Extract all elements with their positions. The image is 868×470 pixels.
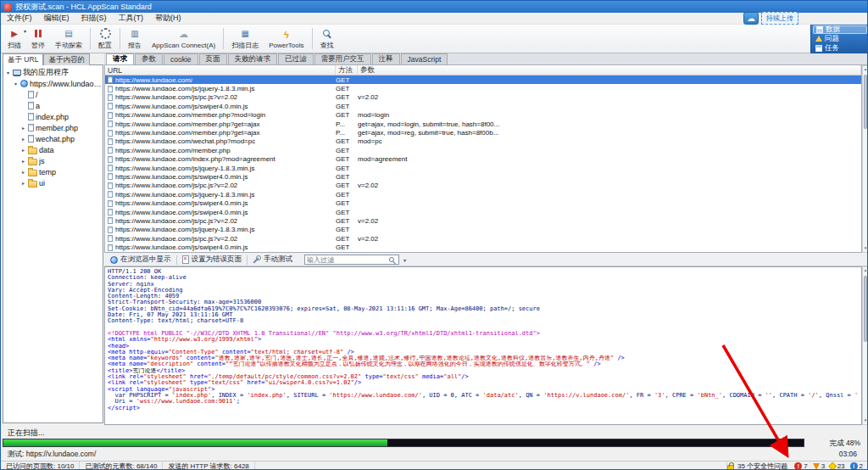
appscan-connect-button[interactable]: AppScan Connect(A)	[147, 25, 220, 52]
main-tab-3[interactable]: 页面	[199, 53, 227, 64]
table-row[interactable]: https://www.lundaoe.com/js/jquery-1.8.3.…	[105, 164, 861, 172]
page-icon	[28, 113, 34, 120]
view-tasks-button[interactable]: 任务	[813, 44, 867, 53]
filter-input[interactable]	[307, 256, 387, 264]
table-row[interactable]: https://www.lundaoe.com/js/swiper4.0.min…	[105, 102, 861, 110]
table-row[interactable]: https://www.lundaoe.com/js/pc.js?v=2.02G…	[105, 234, 861, 243]
http-requests-count: 发送的 HTTP 请求数: 6428	[163, 462, 254, 470]
tree-item[interactable]: ▾https://www.lundaoe.com/	[3, 78, 103, 89]
powertools-button[interactable]: PowerTools	[264, 25, 309, 52]
scroll-up-icon[interactable]: ▲	[863, 267, 868, 274]
tree-item[interactable]: /	[3, 89, 103, 100]
tree-item-label: member.php	[36, 124, 78, 132]
table-row[interactable]: https://www.lundaoe.com/js/pc.js?v=2.02G…	[105, 182, 861, 190]
table-row[interactable]: https://www.lundaoe.com/js/swiper4.0.min…	[105, 243, 861, 251]
table-row[interactable]: https://www.lundaoe.com/member.php?mod=l…	[105, 111, 861, 120]
response-scroll-thumb[interactable]	[864, 276, 867, 342]
main-tab-1[interactable]: 参数	[135, 53, 163, 64]
table-row[interactable]: https://www.lundaoe.com/member.php?get=a…	[105, 128, 861, 137]
menu-tools[interactable]: 工具(T)	[113, 13, 150, 24]
left-tab-1[interactable]: 基于内容的	[43, 53, 90, 65]
title-bar[interactable]: 授权测试.scan - HCL AppScan Standard	[1, 1, 867, 13]
table-row[interactable]: https://www.lundaoe.com/js/jquery-1.8.3.…	[105, 84, 861, 92]
table-scroll-thumb[interactable]	[864, 75, 867, 129]
table-row[interactable]: https://www.lundaoe.com/index.php?mod=ag…	[105, 155, 861, 164]
manual-test-button[interactable]: 手动测试	[249, 255, 296, 266]
set-error-page-icon	[182, 255, 189, 264]
tree-item[interactable]: ▾我的应用程序	[3, 67, 103, 78]
method-cell: GET	[336, 111, 358, 119]
tree-collapsed-arrow-icon[interactable]: ▸	[20, 136, 26, 142]
tree-item[interactable]: ▸wechat.php	[3, 133, 103, 144]
filter-dropdown-icon[interactable]: ▾	[401, 257, 409, 263]
tree-collapsed-arrow-icon[interactable]: ▸	[20, 169, 26, 175]
tree-item[interactable]: ▸js	[3, 155, 103, 166]
table-row[interactable]: https://www.lundaoe.com/member.php?get=a…	[105, 120, 861, 128]
main-tab-6[interactable]: 需要用户交互	[314, 53, 371, 64]
pause-button[interactable]: 暂停	[26, 25, 50, 52]
table-row[interactable]: https://www.lundaoe.com/wechat.php?mod=p…	[105, 137, 861, 146]
response-line: <!DOCTYPE html PUBLIC "-//W3C//DTD XHTML…	[108, 331, 859, 337]
column-header-1[interactable]: 方法	[336, 65, 358, 75]
main-tab-8[interactable]: JavaScript	[401, 53, 448, 64]
scroll-up-icon[interactable]: ▲	[863, 66, 868, 73]
find-button[interactable]: 查找	[315, 25, 339, 52]
page-icon	[108, 94, 113, 101]
menu-file[interactable]: 文件(F)	[1, 13, 38, 24]
table-row[interactable]: https://www.lundaoe.com/js/pc.js?v=2.02G…	[105, 93, 861, 102]
tree-collapsed-arrow-icon[interactable]: ▸	[20, 125, 26, 131]
config-button[interactable]: 配置	[93, 25, 117, 52]
tree-expanded-arrow-icon[interactable]: ▾	[5, 70, 11, 76]
table-row[interactable]: https://www.lundaoe.com/member.phpGET	[105, 146, 861, 154]
scan-button[interactable]: 扫描▾	[3, 25, 26, 52]
security-summary[interactable]: 35 个安全性问题 !7323i2	[726, 462, 867, 470]
tree-item[interactable]: ▸ui	[3, 177, 103, 188]
main-tab-4[interactable]: 失败的请求	[228, 53, 278, 64]
main-tab-7[interactable]: 注释	[372, 53, 400, 64]
table-row[interactable]: https://www.lundaoe.com/GET	[105, 76, 861, 84]
show-in-browser-button[interactable]: 在浏览器中显示	[107, 255, 175, 266]
main-tab-0[interactable]: 请求	[106, 53, 134, 64]
scroll-down-icon[interactable]: ▼	[863, 417, 868, 424]
tree-item[interactable]: ▸temp	[3, 166, 103, 177]
tree-expanded-arrow-icon[interactable]: ▾	[13, 81, 19, 87]
menu-help[interactable]: 帮助(H)	[149, 13, 187, 24]
table-row[interactable]: https://www.lundaoe.com/js/swiper4.0.min…	[105, 199, 861, 207]
tree-collapsed-arrow-icon[interactable]: ▸	[20, 147, 26, 153]
tree-item[interactable]: a	[3, 100, 103, 111]
response-viewer[interactable]: HTTP/1.1 200 OKConnection: keep-aliveSer…	[104, 266, 862, 425]
page-icon	[108, 173, 113, 180]
view-issues-button[interactable]: 问题	[813, 35, 867, 43]
url-text: https://www.lundaoe.com/js/pc.js?v=2.02	[115, 93, 237, 101]
main-tab-2[interactable]: cookie	[164, 53, 198, 64]
view-data-button[interactable]: 数据	[813, 25, 867, 34]
column-header-0[interactable]: URL	[105, 65, 336, 75]
manual-explore-button[interactable]: 手动探索	[50, 25, 87, 52]
left-tab-0[interactable]: 基于 URL	[3, 53, 43, 65]
menu-scan[interactable]: 扫描(S)	[75, 13, 113, 24]
table-scrollbar[interactable]: ▲ ▼	[862, 65, 868, 253]
scan-progress-label: 完成 48%	[830, 439, 860, 449]
scan-log-button[interactable]: 扫描日志	[226, 25, 264, 52]
table-row[interactable]: https://www.lundaoe.com/js/swiper4.0.min…	[105, 172, 861, 181]
report-button[interactable]: 报告	[123, 25, 147, 52]
menu-edit[interactable]: 编辑(E)	[38, 13, 75, 24]
cloud-upload-icon[interactable]: ☁	[743, 12, 759, 25]
response-scrollbar[interactable]: ▲ ▼	[862, 266, 868, 425]
table-row[interactable]: https://www.lundaoe.com/js/jquery-1.8.3.…	[105, 190, 861, 199]
tree-collapsed-arrow-icon[interactable]: ▸	[20, 180, 26, 186]
set-error-page-button[interactable]: 设置为错误页面	[179, 255, 246, 266]
table-row[interactable]: https://www.lundaoe.com/js/swiper4.0.min…	[105, 208, 861, 216]
scroll-down-icon[interactable]: ▼	[863, 245, 868, 252]
main-tab-5[interactable]: 已过滤	[278, 53, 314, 64]
table-row[interactable]: https://www.lundaoe.com/js/jquery-1.8.3.…	[105, 226, 861, 234]
url-text: https://www.lundaoe.com/js/swiper4.0.min…	[115, 209, 248, 216]
column-header-2[interactable]: 参数	[358, 65, 861, 75]
tree-item[interactable]: ▸member.php	[3, 122, 103, 133]
tree-item[interactable]: index.php	[3, 111, 103, 122]
table-row[interactable]: https://www.lundaoe.com/js/pc.js?v=2.02G…	[105, 216, 861, 225]
tree-item-label: 我的应用程序	[23, 67, 69, 78]
low-severity-icon	[829, 462, 837, 470]
tree-item[interactable]: ▸data	[3, 144, 103, 155]
tree-collapsed-arrow-icon[interactable]: ▸	[20, 158, 26, 164]
